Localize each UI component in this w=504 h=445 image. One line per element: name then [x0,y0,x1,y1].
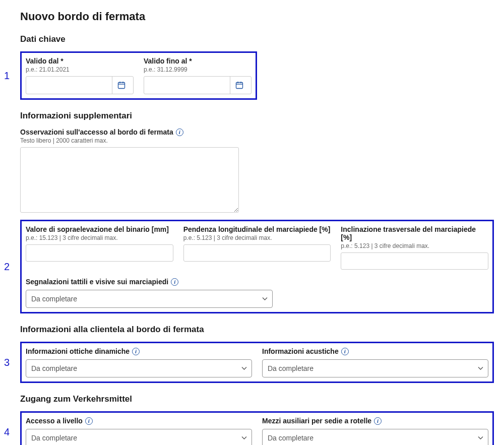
info-icon[interactable]: i [171,278,178,286]
segnalazioni-label: Segnalazioni tattili e visive sui marcia… [26,278,168,286]
valido-dal-hint: p.e.: 21.01.2021 [26,66,134,73]
annotation-1: 1 [4,70,10,82]
section-zugang-title: Zugang zum Verkehrsmittel [20,394,494,404]
osservazioni-bordo-hint: Testo libero | 2000 caratteri max. [20,137,494,144]
ottiche-dinamiche-label: Informazioni ottiche dinamiche [26,347,130,355]
osservazioni-bordo-label: Osservazioni sull'accesso al bordo di fe… [20,128,173,136]
ottiche-dinamiche-select[interactable]: Da completare [26,359,252,377]
acustiche-label: Informazioni acustiche [262,347,339,355]
inclinazione-trasv-hint: p.e.: 5.123 | 3 cifre decimali max. [341,242,488,249]
acustiche-select[interactable]: Da completare [262,359,488,377]
section-info-supp-title: Informazioni supplementari [20,111,494,121]
info-icon[interactable]: i [341,348,349,355]
accesso-livello-select[interactable]: Da completare [26,429,252,445]
info-icon[interactable]: i [374,417,382,425]
mezzi-ausiliari-select[interactable]: Da completare [262,429,488,445]
pendenza-long-label: Pendenza longitudinale del marciapiede [… [183,225,331,233]
sopraelevazione-hint: p.e.: 15.123 | 3 cifre decimali max. [26,234,173,241]
valido-dal-calendar-button[interactable] [112,77,130,94]
pendenza-long-input[interactable] [183,244,331,262]
inclinazione-trasv-input[interactable] [341,252,488,270]
sopraelevazione-input[interactable] [26,244,173,262]
sopraelevazione-label: Valore di sopraelevazione del binario [m… [26,225,173,233]
info-icon[interactable]: i [132,348,140,355]
calendar-icon [235,81,243,89]
info-icon[interactable]: i [176,129,183,136]
annotation-2: 2 [4,261,10,273]
section-dati-chiave-title: Dati chiave [20,34,494,44]
osservazioni-bordo-textarea[interactable] [20,147,239,213]
annotation-3: 3 [4,357,10,368]
valido-dal-input[interactable] [26,77,112,93]
inclinazione-trasv-label: Inclinazione trasversale del marciapiede… [341,225,488,241]
calendar-icon [117,81,125,89]
annotation-4: 4 [4,426,10,438]
valido-fino-calendar-button[interactable] [230,77,248,94]
mezzi-ausiliari-label: Mezzi ausiliari per sedie a rotelle [262,417,371,425]
valido-fino-label: Valido fino al * [144,57,251,65]
pendenza-long-hint: p.e.: 5.123 | 3 cifre decimali max. [183,234,331,241]
svg-rect-4 [236,83,242,89]
valido-fino-hint: p.e.: 31.12.9999 [144,66,251,73]
section-info-clientela-title: Informazioni alla clientela al bordo di … [20,325,494,335]
info-icon[interactable]: i [85,417,93,425]
page-title: Nuovo bordo di fermata [20,10,494,23]
accesso-livello-label: Accesso a livello [26,417,83,425]
svg-rect-0 [118,83,124,89]
valido-dal-label: Valido dal * [26,57,134,65]
segnalazioni-select[interactable]: Da completare [26,290,273,308]
valido-fino-input[interactable] [144,77,230,93]
